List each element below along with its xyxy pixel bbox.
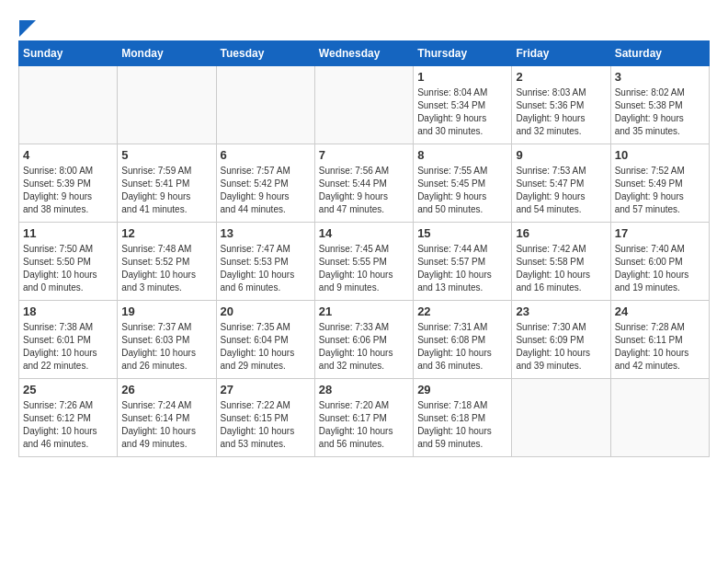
header-cell-monday: Monday [118,41,216,66]
day-info: Sunrise: 7:35 AM Sunset: 6:04 PM Dayligh… [221,321,311,373]
calendar-cell: 7Sunrise: 7:56 AM Sunset: 5:44 PM Daylig… [314,144,413,223]
day-number: 22 [417,304,507,318]
day-number: 24 [615,304,705,318]
calendar-cell: 1Sunrise: 8:04 AM Sunset: 5:34 PM Daylig… [414,66,512,144]
day-number: 2 [516,70,606,84]
week-row-1: 4Sunrise: 8:00 AM Sunset: 5:39 PM Daylig… [19,144,710,223]
day-info: Sunrise: 7:42 AM Sunset: 5:58 PM Dayligh… [516,243,606,294]
header-cell-wednesday: Wednesday [314,41,413,66]
day-number: 26 [121,383,211,396]
day-number: 15 [417,226,507,240]
calendar-cell [216,66,314,144]
calendar-cell: 8Sunrise: 7:55 AM Sunset: 5:45 PM Daylig… [414,144,512,223]
day-number: 5 [121,148,211,162]
calendar-cell: 5Sunrise: 7:59 AM Sunset: 5:41 PM Daylig… [118,144,216,223]
calendar-cell: 10Sunrise: 7:52 AM Sunset: 5:49 PM Dayli… [610,144,709,223]
calendar-cell: 25Sunrise: 7:26 AM Sunset: 6:12 PM Dayli… [19,379,118,457]
day-number: 7 [319,148,409,162]
calendar-cell [118,66,216,144]
day-info: Sunrise: 7:18 AM Sunset: 6:18 PM Dayligh… [417,399,507,451]
day-info: Sunrise: 8:03 AM Sunset: 5:36 PM Dayligh… [516,86,606,138]
day-info: Sunrise: 7:44 AM Sunset: 5:57 PM Dayligh… [417,243,507,294]
day-info: Sunrise: 8:00 AM Sunset: 5:39 PM Dayligh… [23,165,113,216]
week-row-0: 1Sunrise: 8:04 AM Sunset: 5:34 PM Daylig… [19,66,710,144]
day-number: 12 [121,226,211,240]
header [18,18,710,31]
calendar-cell: 3Sunrise: 8:02 AM Sunset: 5:38 PM Daylig… [610,66,709,144]
header-cell-sunday: Sunday [19,41,118,66]
day-number: 17 [615,226,705,240]
day-info: Sunrise: 7:57 AM Sunset: 5:42 PM Dayligh… [221,165,311,216]
header-cell-thursday: Thursday [414,41,512,66]
day-info: Sunrise: 7:59 AM Sunset: 5:41 PM Dayligh… [121,165,211,216]
day-info: Sunrise: 7:45 AM Sunset: 5:55 PM Dayligh… [319,243,409,294]
calendar-cell: 18Sunrise: 7:38 AM Sunset: 6:01 PM Dayli… [19,301,118,379]
day-info: Sunrise: 7:30 AM Sunset: 6:09 PM Dayligh… [516,321,606,373]
svg-marker-0 [19,20,36,37]
day-number: 10 [615,148,705,162]
calendar-cell: 17Sunrise: 7:40 AM Sunset: 6:00 PM Dayli… [610,223,709,301]
day-info: Sunrise: 7:22 AM Sunset: 6:15 PM Dayligh… [221,399,311,451]
day-info: Sunrise: 7:33 AM Sunset: 6:06 PM Dayligh… [319,321,409,373]
day-info: Sunrise: 7:37 AM Sunset: 6:03 PM Dayligh… [121,321,211,373]
calendar-cell [19,66,118,144]
week-row-3: 18Sunrise: 7:38 AM Sunset: 6:01 PM Dayli… [19,301,710,379]
day-number: 11 [23,226,113,240]
day-number: 13 [221,226,311,240]
day-number: 14 [319,226,409,240]
day-number: 20 [221,304,311,318]
day-info: Sunrise: 7:40 AM Sunset: 6:00 PM Dayligh… [615,243,705,294]
calendar-cell: 23Sunrise: 7:30 AM Sunset: 6:09 PM Dayli… [512,301,610,379]
calendar-cell: 2Sunrise: 8:03 AM Sunset: 5:36 PM Daylig… [512,66,610,144]
calendar-cell: 24Sunrise: 7:28 AM Sunset: 6:11 PM Dayli… [610,301,709,379]
day-info: Sunrise: 7:50 AM Sunset: 5:50 PM Dayligh… [23,243,113,294]
day-info: Sunrise: 7:53 AM Sunset: 5:47 PM Dayligh… [516,165,606,216]
calendar-table: SundayMondayTuesdayWednesdayThursdayFrid… [18,40,710,457]
day-number: 19 [121,304,211,318]
calendar-body: 1Sunrise: 8:04 AM Sunset: 5:34 PM Daylig… [19,66,710,457]
day-number: 6 [221,148,311,162]
calendar-cell: 9Sunrise: 7:53 AM Sunset: 5:47 PM Daylig… [512,144,610,223]
day-number: 27 [221,383,311,396]
day-info: Sunrise: 7:47 AM Sunset: 5:53 PM Dayligh… [221,243,311,294]
header-cell-friday: Friday [512,41,610,66]
calendar-cell: 28Sunrise: 7:20 AM Sunset: 6:17 PM Dayli… [314,379,413,457]
day-number: 16 [516,226,606,240]
day-number: 3 [615,70,705,84]
calendar-cell: 4Sunrise: 8:00 AM Sunset: 5:39 PM Daylig… [19,144,118,223]
day-number: 21 [319,304,409,318]
calendar-cell: 29Sunrise: 7:18 AM Sunset: 6:18 PM Dayli… [414,379,512,457]
day-number: 23 [516,304,606,318]
calendar-cell: 16Sunrise: 7:42 AM Sunset: 5:58 PM Dayli… [512,223,610,301]
day-number: 9 [516,148,606,162]
day-info: Sunrise: 7:20 AM Sunset: 6:17 PM Dayligh… [319,399,409,451]
day-info: Sunrise: 7:24 AM Sunset: 6:14 PM Dayligh… [121,399,211,451]
calendar-cell: 21Sunrise: 7:33 AM Sunset: 6:06 PM Dayli… [314,301,413,379]
day-number: 25 [23,383,113,396]
day-info: Sunrise: 8:02 AM Sunset: 5:38 PM Dayligh… [615,86,705,138]
day-info: Sunrise: 7:38 AM Sunset: 6:01 PM Dayligh… [23,321,113,373]
day-info: Sunrise: 7:26 AM Sunset: 6:12 PM Dayligh… [23,399,113,451]
calendar-cell [314,66,413,144]
day-info: Sunrise: 7:28 AM Sunset: 6:11 PM Dayligh… [615,321,705,373]
day-number: 1 [417,70,507,84]
calendar-cell [610,379,709,457]
calendar-cell: 13Sunrise: 7:47 AM Sunset: 5:53 PM Dayli… [216,223,314,301]
calendar-cell: 22Sunrise: 7:31 AM Sunset: 6:08 PM Dayli… [414,301,512,379]
day-number: 29 [417,383,507,396]
calendar-header: SundayMondayTuesdayWednesdayThursdayFrid… [19,41,710,66]
calendar-cell: 27Sunrise: 7:22 AM Sunset: 6:15 PM Dayli… [216,379,314,457]
day-number: 8 [417,148,507,162]
header-cell-saturday: Saturday [610,41,709,66]
calendar-cell: 15Sunrise: 7:44 AM Sunset: 5:57 PM Dayli… [414,223,512,301]
week-row-4: 25Sunrise: 7:26 AM Sunset: 6:12 PM Dayli… [19,379,710,457]
day-info: Sunrise: 7:31 AM Sunset: 6:08 PM Dayligh… [417,321,507,373]
calendar-cell: 19Sunrise: 7:37 AM Sunset: 6:03 PM Dayli… [118,301,216,379]
calendar-cell: 14Sunrise: 7:45 AM Sunset: 5:55 PM Dayli… [314,223,413,301]
week-row-2: 11Sunrise: 7:50 AM Sunset: 5:50 PM Dayli… [19,223,710,301]
day-info: Sunrise: 7:48 AM Sunset: 5:52 PM Dayligh… [121,243,211,294]
logo [18,18,36,31]
logo-arrow-icon [19,20,36,37]
header-row: SundayMondayTuesdayWednesdayThursdayFrid… [19,41,710,66]
header-cell-tuesday: Tuesday [216,41,314,66]
